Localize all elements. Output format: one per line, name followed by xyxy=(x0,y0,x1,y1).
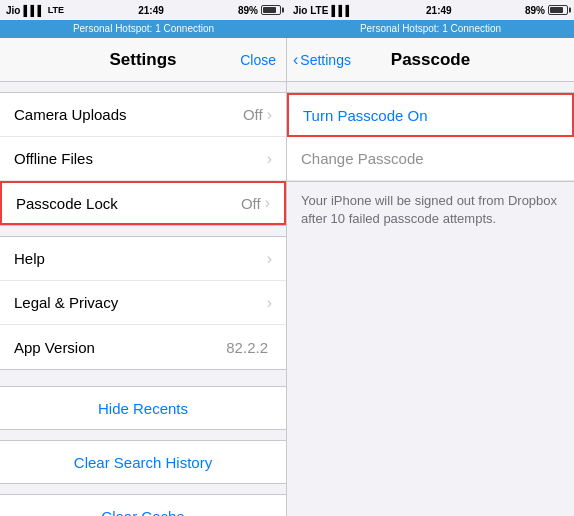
carrier-left: Jio xyxy=(6,5,20,16)
close-button[interactable]: Close xyxy=(240,52,276,68)
passcode-lock-value: Off xyxy=(241,195,261,212)
battery-icon-right xyxy=(548,5,568,15)
signal-right: ▌▌▌ xyxy=(331,5,352,16)
time-left: 21:49 xyxy=(138,5,164,16)
back-label: Settings xyxy=(300,52,351,68)
time-right: 21:49 xyxy=(426,5,452,16)
left-panel: Settings Close Camera Uploads Off › Offl… xyxy=(0,38,287,516)
camera-uploads-label: Camera Uploads xyxy=(14,106,243,123)
app-version-value: 82.2.2 xyxy=(226,339,268,356)
back-button[interactable]: ‹ Settings xyxy=(293,51,351,69)
left-nav-bar: Settings Close xyxy=(0,38,286,82)
camera-uploads-row[interactable]: Camera Uploads Off › xyxy=(0,93,286,137)
camera-uploads-value: Off xyxy=(243,106,263,123)
app-version-label: App Version xyxy=(14,339,226,356)
hide-recents-row[interactable]: Hide Recents xyxy=(0,386,286,430)
passcode-group: Turn Passcode On Change Passcode xyxy=(287,92,574,182)
change-passcode-label: Change Passcode xyxy=(301,150,424,167)
hotspot-bar: Personal Hotspot: 1 Connection Personal … xyxy=(0,20,574,38)
turn-passcode-on-label: Turn Passcode On xyxy=(303,107,428,124)
passcode-info-text: Your iPhone will be signed out from Drop… xyxy=(287,182,574,238)
clear-search-label: Clear Search History xyxy=(74,454,212,471)
right-nav-bar: ‹ Settings Passcode xyxy=(287,38,574,82)
offline-files-chevron: › xyxy=(267,150,272,168)
clear-cache-label: Clear Cache xyxy=(101,508,184,517)
legal-privacy-label: Legal & Privacy xyxy=(14,294,267,311)
battery-pct-right: 89% xyxy=(525,5,545,16)
status-bar: Jio ▌▌▌ LTE 21:49 89% Jio LTE ▌▌▌ 21:49 … xyxy=(0,0,574,20)
legal-privacy-row[interactable]: Legal & Privacy › xyxy=(0,281,286,325)
left-nav-title: Settings xyxy=(109,50,176,70)
offline-files-row[interactable]: Offline Files › xyxy=(0,137,286,181)
help-chevron: › xyxy=(267,250,272,268)
passcode-lock-chevron: › xyxy=(265,194,270,212)
right-settings-content: Turn Passcode On Change Passcode Your iP… xyxy=(287,82,574,516)
battery-pct-left: 89% xyxy=(238,5,258,16)
status-bar-left: Jio ▌▌▌ LTE 21:49 89% xyxy=(0,0,287,20)
hotspot-left: Personal Hotspot: 1 Connection xyxy=(0,20,287,38)
signal-left: ▌▌▌ xyxy=(23,5,44,16)
section-group-1: Camera Uploads Off › Offline Files › Pas… xyxy=(0,92,286,226)
hotspot-right: Personal Hotspot: 1 Connection xyxy=(287,20,574,38)
camera-uploads-chevron: › xyxy=(267,106,272,124)
turn-passcode-on-row[interactable]: Turn Passcode On xyxy=(287,93,574,137)
right-nav-title: Passcode xyxy=(391,50,470,70)
back-chevron-icon: ‹ xyxy=(293,51,298,69)
app-version-row: App Version 82.2.2 xyxy=(0,325,286,369)
help-row[interactable]: Help › xyxy=(0,237,286,281)
hide-recents-label: Hide Recents xyxy=(98,400,188,417)
legal-privacy-chevron: › xyxy=(267,294,272,312)
battery-icon-left xyxy=(261,5,281,15)
right-panel: ‹ Settings Passcode Turn Passcode On Cha… xyxy=(287,38,574,516)
carrier-right: Jio LTE xyxy=(293,5,328,16)
clear-search-row[interactable]: Clear Search History xyxy=(0,440,286,484)
left-settings-content: Camera Uploads Off › Offline Files › Pas… xyxy=(0,82,286,516)
section-group-2: Help › Legal & Privacy › App Version 82.… xyxy=(0,236,286,370)
status-bar-right: Jio LTE ▌▌▌ 21:49 89% xyxy=(287,0,574,20)
help-label: Help xyxy=(14,250,267,267)
passcode-lock-label: Passcode Lock xyxy=(16,195,241,212)
change-passcode-row: Change Passcode xyxy=(287,137,574,181)
clear-cache-row[interactable]: Clear Cache xyxy=(0,494,286,516)
passcode-lock-row[interactable]: Passcode Lock Off › xyxy=(0,181,286,225)
offline-files-label: Offline Files xyxy=(14,150,267,167)
lte-left: LTE xyxy=(48,5,64,15)
